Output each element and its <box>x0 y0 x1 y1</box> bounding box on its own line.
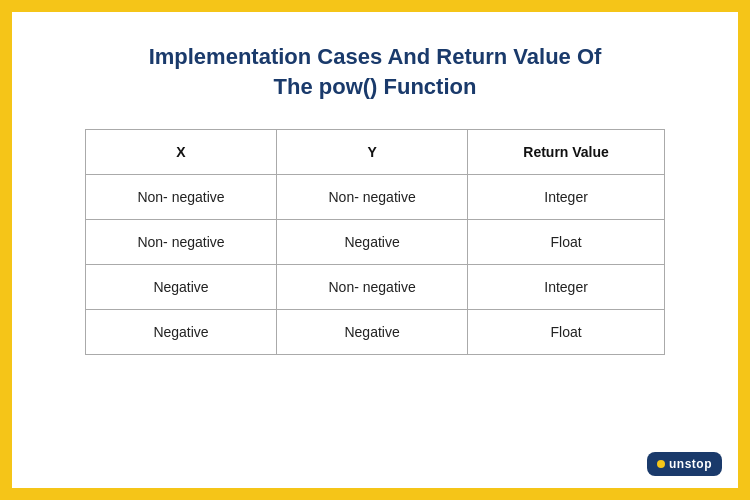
cell-rv-3: Integer <box>468 265 665 310</box>
cell-rv-1: Integer <box>468 175 665 220</box>
table-row: Non- negative Non- negative Integer <box>86 175 665 220</box>
table-header-row: X Y Return Value <box>86 130 665 175</box>
cell-x-2: Non- negative <box>86 220 277 265</box>
unstop-label: unstop <box>669 457 712 471</box>
cell-y-3: Non- negative <box>277 265 468 310</box>
cell-x-1: Non- negative <box>86 175 277 220</box>
title-line2: The pow() Function <box>274 74 477 99</box>
table-row: Negative Negative Float <box>86 310 665 355</box>
cell-x-3: Negative <box>86 265 277 310</box>
cell-y-1: Non- negative <box>277 175 468 220</box>
page-title: Implementation Cases And Return Value Of… <box>149 42 602 101</box>
cell-x-4: Negative <box>86 310 277 355</box>
border-top <box>0 0 750 12</box>
unstop-logo: unstop <box>647 452 722 476</box>
cell-y-2: Negative <box>277 220 468 265</box>
data-table: X Y Return Value Non- negative Non- nega… <box>85 129 665 355</box>
cell-y-4: Negative <box>277 310 468 355</box>
table-row: Negative Non- negative Integer <box>86 265 665 310</box>
border-right <box>738 0 750 500</box>
border-bottom <box>0 488 750 500</box>
unstop-dot <box>657 460 665 468</box>
table-row: Non- negative Negative Float <box>86 220 665 265</box>
cell-rv-4: Float <box>468 310 665 355</box>
header-x: X <box>86 130 277 175</box>
cell-rv-2: Float <box>468 220 665 265</box>
border-left <box>0 0 12 500</box>
title-line1: Implementation Cases And Return Value Of <box>149 44 602 69</box>
header-return-value: Return Value <box>468 130 665 175</box>
main-content: Implementation Cases And Return Value Of… <box>12 12 738 488</box>
header-y: Y <box>277 130 468 175</box>
